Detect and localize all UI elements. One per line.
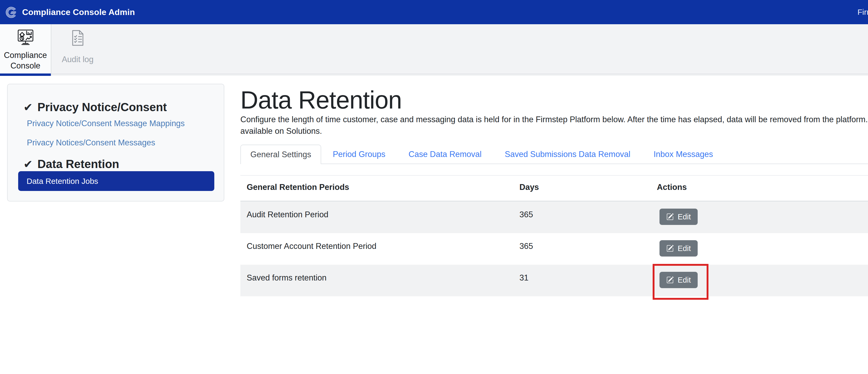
column-header-name: General Retention Periods [240, 176, 513, 201]
sidebar-link-message-mappings[interactable]: Privacy Notice/Consent Message Mappings [27, 119, 185, 128]
main-content: Data Retention Configure the length of t… [240, 0, 868, 374]
table-header-row: General Retention Periods Days Actions [240, 175, 868, 201]
row-name: Customer Account Retention Period [240, 233, 513, 265]
sidebar-section-data-retention-title: Data Retention [37, 157, 119, 171]
row-days: 365 [513, 233, 651, 265]
pencil-square-icon [666, 276, 674, 284]
tab-saved-submissions-data-removal[interactable]: Saved Submissions Data Removal [493, 145, 642, 164]
row-days: 365 [513, 201, 651, 233]
edit-button-label: Edit [678, 276, 691, 284]
check-icon: ✔ [24, 158, 33, 171]
g-logo-icon [5, 6, 18, 19]
tab-audit-log[interactable]: Audit log [51, 24, 104, 74]
row-name: Saved forms retention [240, 265, 513, 296]
app-title: Compliance Console Admin [22, 0, 135, 24]
settings-tabs: General Settings Period Groups Case Data… [240, 145, 868, 164]
audit-log-document-icon [72, 30, 84, 46]
pencil-square-icon [666, 245, 674, 252]
tab-case-data-removal[interactable]: Case Data Removal [397, 145, 493, 164]
sidebar-link-consent-messages[interactable]: Privacy Notices/Consent Messages [27, 138, 155, 147]
edit-button-label: Edit [678, 212, 691, 221]
tab-inbox-messages[interactable]: Inbox Messages [642, 145, 725, 164]
sidebar-section-privacy-title: Privacy Notice/Consent [37, 100, 167, 114]
tab-compliance-console[interactable]: Compliance Console [0, 24, 51, 76]
tabs-bottom-border [240, 164, 868, 164]
retention-periods-table: General Retention Periods Days Actions A… [240, 175, 868, 296]
sidebar-section-privacy: ✔ Privacy Notice/Consent [24, 100, 167, 114]
edit-button[interactable]: Edit [659, 240, 698, 257]
tab-audit-log-label: Audit log [55, 54, 100, 65]
check-icon: ✔ [24, 101, 33, 114]
page-description-line2: available on Solutions. [240, 126, 322, 136]
dashboard-monitor-icon [16, 28, 35, 48]
tab-compliance-console-label: Compliance Console [3, 50, 48, 71]
sidebar-item-data-retention-jobs[interactable]: Data Retention Jobs [18, 171, 214, 191]
edit-button-highlighted[interactable]: Edit [659, 272, 698, 288]
table-row: Audit Retention Period 365 Edit [240, 201, 868, 233]
edit-button[interactable]: Edit [659, 209, 698, 225]
page-description-line1: Configure the length of time customer, c… [240, 115, 868, 124]
column-header-actions: Actions [651, 176, 868, 201]
table-row: Saved forms retention 31 Edit [240, 265, 868, 296]
page-title: Data Retention [240, 86, 402, 114]
pencil-square-icon [666, 213, 674, 221]
tab-period-groups[interactable]: Period Groups [321, 145, 397, 164]
tab-general-settings[interactable]: General Settings [240, 145, 321, 164]
sidebar-section-data-retention: ✔ Data Retention [24, 157, 119, 171]
row-name: Audit Retention Period [240, 201, 513, 233]
wizard-sidebar: ✔ Privacy Notice/Consent Privacy Notice/… [7, 84, 224, 201]
edit-button-label: Edit [678, 244, 691, 253]
active-tab-underline [0, 74, 51, 76]
row-days: 31 [513, 265, 651, 296]
table-row: Customer Account Retention Period 365 Ed… [240, 233, 868, 265]
column-header-days: Days [513, 176, 651, 201]
